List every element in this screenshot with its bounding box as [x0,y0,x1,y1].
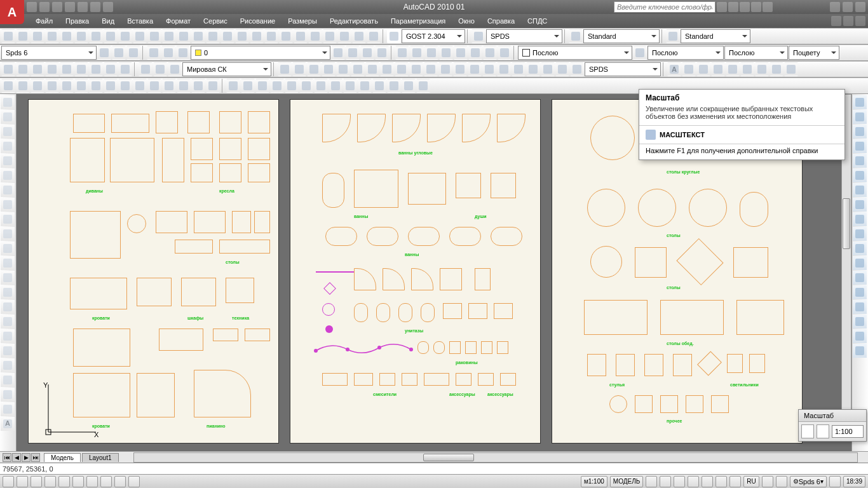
bath-block[interactable] [357,114,386,142]
bath-block[interactable] [497,114,526,142]
shower-block[interactable] [411,268,433,290]
layer-icon[interactable] [147,46,161,60]
bath-block[interactable] [449,227,481,246]
tool-button[interactable] [206,29,220,43]
furniture-block[interactable] [254,211,270,233]
polar-toggle[interactable] [44,476,56,487]
furniture-block[interactable] [73,329,130,367]
tab-last-icon[interactable]: ⏭ [31,453,40,462]
menu-file[interactable]: Файл [29,15,59,27]
tool-button[interactable] [60,29,74,43]
toilet-block[interactable] [468,303,487,319]
furniture-block[interactable] [175,240,213,254]
tool-button[interactable] [424,46,438,60]
draw-tool-button[interactable] [1,271,15,285]
grid-toggle[interactable] [17,476,28,487]
tool-button[interactable] [343,79,357,93]
tool-button[interactable] [454,46,468,60]
tool-button[interactable] [45,62,59,76]
scale-palette[interactable]: Масштаб [798,409,867,442]
text-tool-icon[interactable] [740,62,754,76]
bath-block[interactable] [354,170,398,208]
fixture-block[interactable] [478,373,494,386]
tool-button[interactable] [570,62,584,76]
status-lang[interactable]: RU [743,476,759,487]
scale-input[interactable] [832,425,864,438]
menu-dimension[interactable]: Размеры [281,15,323,27]
tool-button[interactable] [177,29,191,43]
tool-button[interactable] [45,29,59,43]
text-tool-icon[interactable] [755,62,769,76]
draw-tool-button[interactable] [1,300,15,314]
modify-tool-button[interactable] [853,271,867,285]
tool-button[interactable] [89,29,103,43]
qp-toggle[interactable] [128,476,140,487]
fixture-block[interactable] [354,373,373,386]
fixture-block[interactable] [456,373,471,386]
tool-button[interactable] [1,62,15,76]
furniture-block[interactable] [127,214,146,233]
tool-button[interactable] [292,62,306,76]
tool-button[interactable] [104,79,118,93]
piano-block[interactable] [194,370,251,417]
draw-tool-button[interactable] [1,241,15,255]
tool-button[interactable] [191,29,205,43]
furniture-block[interactable] [110,138,154,182]
draw-tool-button[interactable] [1,285,15,299]
furniture-block[interactable] [245,329,270,341]
marker-object[interactable] [325,325,333,333]
save-icon[interactable] [52,2,62,12]
tool-button[interactable] [31,29,44,43]
layer-dropdown[interactable]: 0 [191,46,330,60]
draw-tool-button[interactable] [1,329,15,343]
bath-block[interactable] [325,227,357,246]
bath-block[interactable] [427,114,456,142]
furniture-block[interactable] [248,111,270,133]
sink-block[interactable] [433,341,445,354]
fixture-block[interactable] [322,373,348,386]
tool-button[interactable] [45,79,59,93]
tool-button[interactable] [375,46,389,60]
modify-tool-button[interactable] [853,256,867,270]
tool-button[interactable] [1,79,15,93]
snap-toggle[interactable] [3,476,14,487]
tool-button[interactable] [133,29,147,43]
shower-block[interactable] [354,268,376,290]
tool-button[interactable] [133,79,147,93]
marker-object[interactable] [322,303,335,316]
color-dropdown[interactable]: Послою [518,46,632,60]
draw-tool-button[interactable] [1,388,15,402]
ducs-toggle[interactable] [86,476,98,487]
tool-button[interactable] [177,79,191,93]
ucs-dropdown[interactable]: Мировая СК [182,62,271,76]
draw-tool-button[interactable] [1,315,15,329]
chair-block[interactable] [749,354,765,373]
scroll-thumb[interactable] [843,198,850,249]
tool-button[interactable] [498,46,512,60]
tool-button[interactable] [112,46,126,60]
scale-palette-title[interactable]: Масштаб [799,410,866,422]
tool-button[interactable] [226,79,240,93]
furniture-block[interactable] [181,278,216,306]
chair-block[interactable] [616,354,635,376]
bath-block[interactable] [456,173,481,198]
bath-block[interactable] [392,114,421,142]
table-block[interactable] [740,192,768,227]
tab-first-icon[interactable]: ⏮ [3,453,11,462]
tool-button[interactable] [60,62,74,76]
globe-icon[interactable] [168,62,182,76]
tool-button[interactable] [331,46,345,60]
furniture-block[interactable] [191,138,213,160]
status-icon[interactable] [674,476,685,487]
modify-tool-button[interactable] [853,183,867,197]
menu-window[interactable]: Окно [452,15,481,27]
modify-tool-button[interactable] [853,198,867,212]
table-block[interactable] [660,300,724,335]
tool-button[interactable] [380,62,394,76]
modify-tool-button[interactable] [853,285,867,299]
table-block[interactable] [635,247,667,278]
menu-view[interactable]: Вид [95,15,121,27]
tool-button[interactable] [409,62,423,76]
fixture-block[interactable] [424,373,449,386]
modify-tool-button[interactable] [853,300,867,314]
